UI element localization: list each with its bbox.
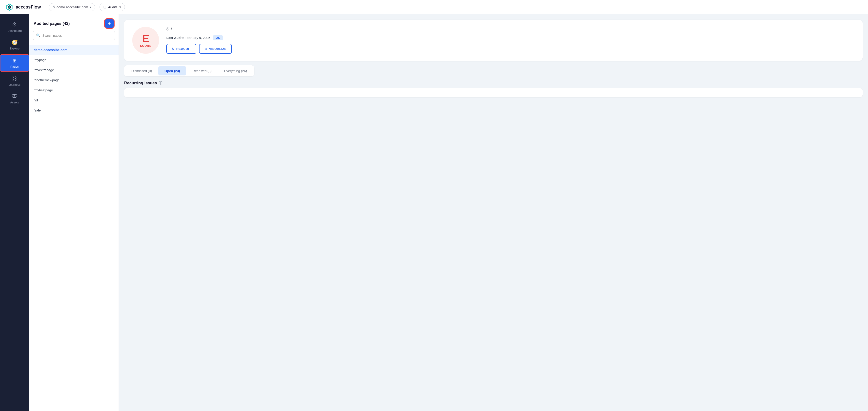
domain-chevron-icon: ▾ [90, 6, 91, 9]
tab-dismissed[interactable]: Dismissed (0) [125, 66, 158, 75]
globe-icon: ő [53, 5, 55, 9]
pages-icon: ⊞ [12, 58, 17, 64]
page-url-row: ő / [166, 27, 232, 32]
sidebar-item-pages[interactable]: ⊞ Pages [0, 54, 29, 72]
sidebar-item-label-pages: Pages [10, 65, 19, 68]
dashboard-icon: ⏱ [12, 22, 17, 28]
score-circle: E SCORE [132, 27, 159, 54]
score-info: ő / Last Audit: February 9, 2025 OK ↻ RE… [166, 27, 232, 54]
assets-icon: 🖼 [12, 94, 17, 99]
sidebar-item-label-explore: Explore [10, 47, 20, 50]
score-letter: E [142, 33, 149, 44]
last-audit-row: Last Audit: February 9, 2025 OK [166, 35, 232, 40]
sidebar: ⏱ Dashboard 🧭 Explore ⊞ Pages ⛓ Journeys… [0, 14, 29, 411]
info-icon: ⓘ [159, 81, 162, 85]
list-item[interactable]: /myextrapage [29, 65, 119, 75]
sidebar-item-explore[interactable]: 🧭 Explore [0, 36, 29, 53]
list-item[interactable]: /anothernewpage [29, 75, 119, 85]
search-input[interactable] [42, 34, 112, 37]
content-area: E SCORE ő / Last Audit: February 9, 2025… [119, 14, 868, 411]
visualize-label: VISUALIZE [209, 47, 227, 50]
page-list: demo.accessibe.com /mypage /myextrapage … [29, 45, 119, 411]
panel-title: Audited pages (42) [34, 21, 70, 26]
explore-icon: 🧭 [12, 40, 18, 45]
last-audit-label: Last Audit: February 9, 2025 [166, 36, 210, 40]
list-item[interactable]: /mypage [29, 55, 119, 65]
main-layout: ⏱ Dashboard 🧭 Explore ⊞ Pages ⛓ Journeys… [0, 14, 868, 411]
recurring-issues-title: Recurring issues ⓘ [124, 81, 863, 85]
topbar: accessFlow ő demo.accessibe.com ▾ ⊡ Audi… [0, 0, 868, 14]
sidebar-item-label-journeys: Journeys [9, 83, 21, 87]
list-item[interactable]: /mybestpage [29, 85, 119, 95]
add-page-button[interactable]: + [105, 19, 114, 28]
sidebar-item-dashboard[interactable]: ⏱ Dashboard [0, 19, 29, 36]
app-name: accessFlow [16, 4, 41, 10]
recurring-issues-label: Recurring issues [124, 81, 157, 85]
audits-chevron-icon: ▾ [119, 5, 121, 9]
journeys-icon: ⛓ [12, 76, 17, 82]
search-icon: 🔍 [36, 33, 40, 38]
list-item[interactable]: /all [29, 95, 119, 105]
audits-selector[interactable]: ⊡ Audits ▾ [99, 3, 125, 11]
page-list-panel: Audited pages (42) + 🔍 demo.accessibe.co… [29, 14, 119, 411]
page-slash: / [171, 27, 172, 32]
visualize-icon: ⊞ [205, 47, 207, 50]
sidebar-item-label-dashboard: Dashboard [7, 29, 22, 32]
status-badge: OK [213, 35, 223, 40]
panel-header: Audited pages (42) + [29, 14, 119, 31]
list-item[interactable]: demo.accessibe.com [29, 45, 119, 55]
plus-icon: + [108, 21, 111, 26]
list-item[interactable]: /sale [29, 105, 119, 115]
audits-icon: ⊡ [103, 5, 106, 9]
tabs-row: Dismissed (0) Open (23) Resolved (3) Eve… [124, 65, 254, 76]
visualize-button[interactable]: ⊞ VISUALIZE [199, 44, 232, 54]
tab-everything[interactable]: Everything (26) [218, 66, 253, 75]
logo-area: accessFlow [5, 3, 41, 11]
tab-open[interactable]: Open (23) [158, 66, 186, 75]
action-buttons: ↻ REAUDIT ⊞ VISUALIZE [166, 44, 232, 54]
tab-resolved[interactable]: Resolved (3) [186, 66, 218, 75]
domain-label: demo.accessibe.com [57, 5, 88, 9]
issues-card [124, 88, 863, 97]
accessflow-logo-icon [5, 3, 13, 11]
reaudit-label: REAUDIT [177, 47, 191, 50]
page-globe-icon: ő [166, 27, 168, 32]
last-audit-date: February 9, 2025 [185, 36, 210, 40]
score-label-text: SCORE [140, 44, 151, 47]
reaudit-button[interactable]: ↻ REAUDIT [166, 44, 196, 54]
sidebar-item-label-assets: Assets [10, 101, 19, 104]
domain-selector[interactable]: ő demo.accessibe.com ▾ [49, 3, 95, 11]
score-card: E SCORE ő / Last Audit: February 9, 2025… [124, 20, 863, 61]
divider [29, 43, 119, 43]
sidebar-item-journeys[interactable]: ⛓ Journeys [0, 73, 29, 90]
sidebar-item-assets[interactable]: 🖼 Assets [0, 91, 29, 107]
search-box[interactable]: 🔍 [33, 31, 115, 40]
reaudit-icon: ↻ [172, 47, 175, 50]
audits-label: Audits [108, 5, 118, 9]
